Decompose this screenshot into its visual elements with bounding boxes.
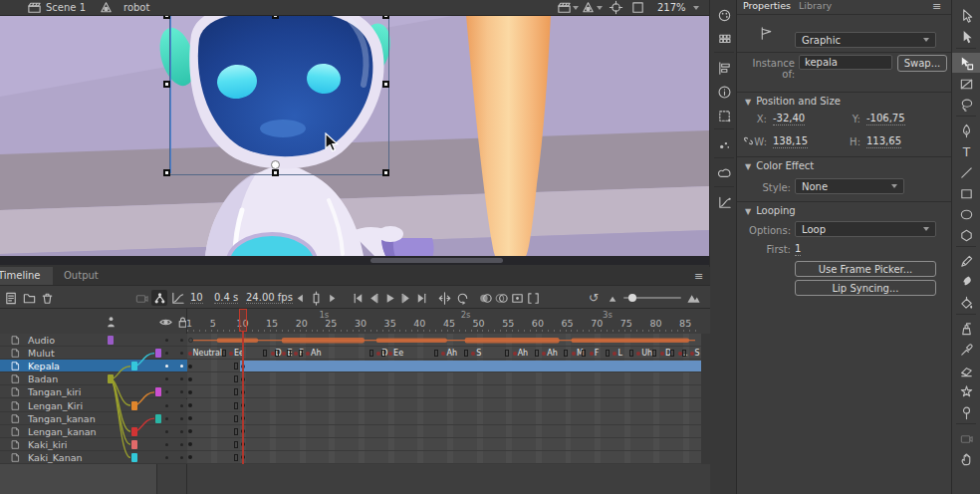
- step-back-button[interactable]: [292, 290, 308, 306]
- text-tool[interactable]: T: [952, 141, 980, 161]
- timeline-zoom-in-icon[interactable]: [685, 290, 701, 306]
- info-panel-icon[interactable]: [710, 81, 738, 103]
- loop-dropdown[interactable]: Loop: [795, 221, 936, 237]
- symbol-type-dropdown[interactable]: Graphic: [795, 32, 936, 48]
- swap-button[interactable]: Swap...: [897, 55, 947, 72]
- position-size-section-header[interactable]: ▼Position and Size: [745, 96, 841, 107]
- edit-multiple-frames-button[interactable]: [509, 290, 525, 306]
- handle-bottom-center[interactable]: [272, 169, 279, 176]
- motion-editor-panel-icon[interactable]: [710, 191, 738, 213]
- use-frame-picker-button[interactable]: Use Frame Picker...: [795, 261, 936, 277]
- selection-bounding-box[interactable]: [169, 15, 389, 175]
- style-dropdown[interactable]: None: [795, 178, 904, 194]
- playhead-button[interactable]: [308, 290, 324, 306]
- onion-skin-outlines-button[interactable]: [493, 290, 509, 306]
- scene-icon[interactable]: [26, 0, 42, 15]
- center-frame-button[interactable]: [436, 290, 452, 306]
- play-button[interactable]: [381, 290, 397, 306]
- new-layer-button[interactable]: [3, 290, 19, 306]
- handle-bottom-right[interactable]: [382, 169, 389, 176]
- oval-tool[interactable]: [952, 204, 980, 224]
- onion-skin-button[interactable]: [477, 290, 493, 306]
- step-forward-button[interactable]: [324, 290, 340, 306]
- frame-grid[interactable]: [187, 334, 701, 464]
- w-value[interactable]: 138,15: [773, 135, 808, 148]
- layer-depth-button[interactable]: [169, 290, 185, 306]
- subselection-tool[interactable]: [952, 27, 980, 47]
- tab-timeline[interactable]: Timeline: [0, 267, 53, 285]
- stage-canvas[interactable]: [0, 15, 709, 256]
- delete-layer-button[interactable]: [39, 290, 55, 306]
- looping-section-header[interactable]: ▼Looping: [745, 205, 796, 216]
- x-value[interactable]: -32,40: [773, 113, 805, 125]
- layer-parenting-button[interactable]: [151, 290, 167, 306]
- timeline-zoom-out-icon[interactable]: [606, 290, 621, 306]
- properties-menu-icon[interactable]: ≡: [932, 0, 941, 13]
- align-panel-icon[interactable]: [710, 57, 738, 79]
- canvas-h-scroll-thumb[interactable]: [370, 258, 503, 263]
- lasso-tool[interactable]: [952, 95, 980, 115]
- color-panel-icon[interactable]: [710, 4, 738, 26]
- timeline-menu-icon[interactable]: ≡: [694, 270, 703, 283]
- eyedropper-tool[interactable]: [952, 340, 980, 360]
- tab-properties[interactable]: Properties: [743, 0, 791, 11]
- paint-bucket-tool[interactable]: [952, 293, 980, 313]
- line-tool[interactable]: [952, 162, 980, 182]
- camera-tool[interactable]: [952, 428, 980, 448]
- color-effect-section-header[interactable]: ▼Color Effect: [745, 160, 814, 171]
- selection-tool[interactable]: [952, 6, 980, 26]
- add-camera-button[interactable]: [133, 290, 149, 306]
- clip-content-button[interactable]: [629, 0, 645, 15]
- loop-playback-button[interactable]: [454, 290, 470, 306]
- handle-mid-right[interactable]: [382, 81, 389, 88]
- lock-column-icon[interactable]: [175, 315, 190, 330]
- pencil-tool[interactable]: [952, 251, 980, 271]
- new-folder-button[interactable]: [21, 290, 37, 306]
- eraser-tool[interactable]: [952, 361, 980, 380]
- ink-bottle-tool[interactable]: [952, 319, 980, 339]
- rectangle-tool[interactable]: [952, 183, 980, 203]
- free-transform-tool[interactable]: [952, 53, 980, 73]
- edit-scene-button[interactable]: [556, 0, 572, 15]
- creative-cloud-panel-icon[interactable]: [710, 162, 738, 184]
- zoom-level[interactable]: 217%: [657, 2, 686, 13]
- edit-symbol-button[interactable]: [580, 0, 596, 15]
- brushes-panel-icon[interactable]: [710, 133, 738, 155]
- prev-frame-button[interactable]: [366, 290, 381, 306]
- visibility-column-icon[interactable]: [158, 315, 173, 330]
- lip-syncing-button[interactable]: Lip Syncing...: [795, 280, 936, 296]
- instance-name-input[interactable]: [799, 55, 892, 70]
- handle-mid-left[interactable]: [163, 81, 170, 88]
- timeline-zoom-knob[interactable]: [628, 294, 636, 302]
- scene-breadcrumb[interactable]: Scene 1: [46, 2, 86, 13]
- modify-markers-button[interactable]: [525, 290, 541, 306]
- transform-point[interactable]: [271, 160, 280, 169]
- frame-rate-value[interactable]: 24.00 fps: [246, 292, 293, 304]
- gradient-transform-tool[interactable]: [952, 74, 980, 94]
- elapsed-time-value[interactable]: 0.4 s: [214, 292, 238, 304]
- handle-bottom-left[interactable]: [163, 169, 170, 176]
- reset-timeline-zoom-button[interactable]: ↺: [586, 290, 602, 306]
- go-last-frame-button[interactable]: [413, 290, 429, 306]
- first-frame-value[interactable]: 1: [795, 243, 801, 256]
- polystar-tool[interactable]: [952, 225, 980, 245]
- tab-library[interactable]: Library: [799, 0, 832, 11]
- swatches-panel-icon[interactable]: [710, 28, 738, 50]
- zoom-caret[interactable]: [693, 6, 699, 10]
- transform-panel-icon[interactable]: [710, 105, 738, 126]
- symbol-breadcrumb[interactable]: robot: [123, 2, 149, 13]
- brush-tool[interactable]: [952, 272, 980, 292]
- canvas-h-scrollbar[interactable]: [0, 256, 709, 265]
- tab-output[interactable]: Output: [52, 267, 111, 285]
- center-stage-button[interactable]: [608, 0, 623, 15]
- go-first-frame-button[interactable]: [350, 290, 366, 306]
- pen-tool[interactable]: [952, 121, 980, 140]
- y-value[interactable]: -106,75: [866, 113, 905, 125]
- current-frame-value[interactable]: 10: [190, 292, 203, 304]
- puppet-pin-tool[interactable]: [952, 402, 980, 422]
- symbol-icon: [98, 0, 114, 15]
- asset-warp-tool[interactable]: [952, 381, 980, 401]
- next-frame-button[interactable]: [397, 290, 413, 306]
- hand-tool[interactable]: [952, 449, 980, 469]
- h-value[interactable]: 113,65: [866, 135, 901, 148]
